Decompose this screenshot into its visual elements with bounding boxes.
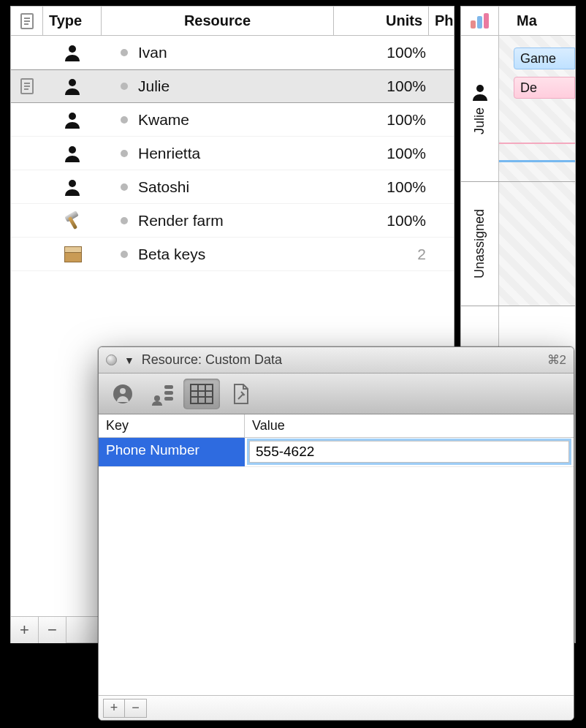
row-resource[interactable]: Beta keys [102,246,334,263]
column-type[interactable]: Type [43,7,102,35]
chart-icon-cell[interactable] [461,7,499,35]
hammer-icon [63,211,82,230]
resource-name: Satoshi [138,178,189,196]
resource-name: Ivan [138,44,167,61]
resource-name: Kwame [138,111,189,129]
tab-resource-info[interactable] [104,379,141,409]
row-units[interactable]: 100% [334,44,429,61]
bullet-icon [121,150,128,157]
svg-point-18 [120,388,126,394]
inspector-columns: Key Value [99,414,574,438]
column-resource[interactable]: Resource [102,7,334,35]
column-value[interactable]: Value [245,414,574,437]
svg-point-16 [476,85,484,92]
resource-row[interactable]: Kwame100% [11,103,454,137]
row-units[interactable]: 100% [334,111,429,129]
row-resource[interactable]: Render farm [102,212,334,230]
close-traffic-icon[interactable] [106,354,117,365]
custom-data-key[interactable]: Phone Number [99,438,245,466]
box-icon [63,246,82,262]
row-resource[interactable]: Kwame [102,111,334,129]
row-resource[interactable]: Ivan [102,44,334,61]
resource-row[interactable]: Henrietta100% [11,137,454,170]
units-value: 100% [387,77,426,94]
row-resource[interactable]: Julie [102,77,334,95]
gantt-bars-julie[interactable]: Game De [499,36,575,181]
row-units[interactable]: 2 [334,246,429,263]
inspector-window[interactable]: ▼ Resource: Custom Data ⌘2 [98,346,574,721]
units-value: 100% [387,111,426,128]
tab-assignments[interactable] [144,379,180,409]
outline-body: Ivan100%Julie100%Kwame100%Henrietta100%S… [11,36,454,271]
tab-attachments[interactable] [223,379,259,409]
row-type [43,144,102,163]
svg-point-4 [69,45,76,53]
column-note[interactable] [11,7,43,35]
resource-name: Render farm [138,212,224,230]
inspector-titlebar[interactable]: ▼ Resource: Custom Data ⌘2 [99,347,574,374]
svg-point-10 [69,113,76,120]
resource-row[interactable]: Satoshi100% [11,170,454,204]
row-type [43,77,102,96]
column-key[interactable]: Key [99,414,245,437]
remove-custom-data-button[interactable]: − [125,699,147,718]
svg-point-12 [69,180,76,187]
resource-name: Henrietta [138,145,200,162]
svg-rect-15 [484,13,489,29]
disclosure-icon[interactable]: ▼ [124,354,134,366]
row-type [43,178,102,197]
row-type [43,43,102,62]
svg-point-11 [69,146,76,153]
svg-rect-21 [164,391,173,395]
gantt-bar-game[interactable]: Game [514,48,575,69]
gantt-bar-de[interactable]: De [514,77,575,99]
person-icon [63,77,82,96]
row-units[interactable]: 100% [334,77,429,95]
row-resource[interactable]: Henrietta [102,145,334,162]
resource-row[interactable]: Ivan100% [11,36,454,69]
gantt-line-pink [499,143,575,144]
bar-chart-icon [470,13,490,29]
gantt-line-blue [499,160,575,162]
row-units[interactable]: 100% [334,178,429,196]
row-units[interactable]: 100% [334,145,429,162]
svg-rect-14 [477,16,482,29]
column-phone[interactable]: Ph [429,7,454,35]
svg-point-9 [69,79,76,86]
bullet-icon [121,183,128,191]
custom-data-value-cell[interactable] [245,438,574,466]
inspector-shortcut: ⌘2 [547,352,566,368]
custom-data-row[interactable]: Phone Number [99,438,574,467]
tab-custom-data[interactable] [183,379,220,409]
custom-data-value-input[interactable] [249,441,569,463]
row-type [43,110,102,129]
bullet-icon [121,217,128,224]
remove-resource-button[interactable]: − [39,617,66,643]
units-value: 100% [387,178,426,195]
gantt-row-julie[interactable]: Julie Game De [461,36,575,182]
resource-row[interactable]: Julie100% [11,69,454,103]
gantt-period-label: Ma [499,7,575,35]
resource-row[interactable]: Render farm100% [11,204,454,238]
gantt-row-unassigned[interactable]: Unassigned [461,182,575,306]
row-units[interactable]: 100% [334,212,429,230]
units-value: 2 [417,246,426,262]
note-icon [20,77,34,95]
add-custom-data-button[interactable]: + [103,699,125,718]
person-icon [63,144,82,163]
row-note[interactable] [11,77,43,95]
column-units[interactable]: Units [334,7,429,35]
person-icon [471,83,490,102]
units-value: 100% [387,44,426,61]
row-type [43,246,102,262]
add-resource-button[interactable]: + [11,617,39,643]
gantt-header: Ma [461,7,575,36]
person-icon [63,43,82,62]
resource-row[interactable]: Beta keys2 [11,238,454,271]
row-resource[interactable]: Satoshi [102,178,334,196]
gantt-bars-unassigned[interactable] [499,182,575,306]
gantt-row-label: Julie [461,36,499,181]
svg-rect-20 [164,385,173,389]
units-value: 100% [387,145,426,162]
inspector-footer: + − [99,695,574,720]
